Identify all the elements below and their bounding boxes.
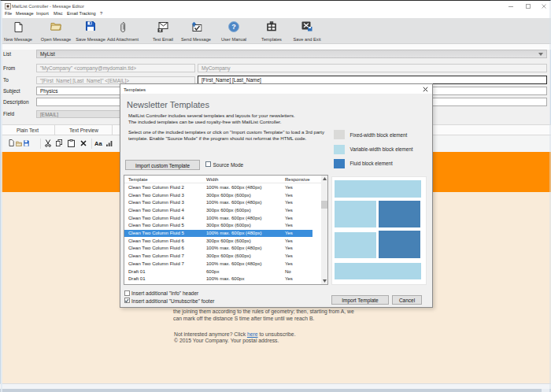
svg-text:?: ? — [231, 23, 236, 31]
